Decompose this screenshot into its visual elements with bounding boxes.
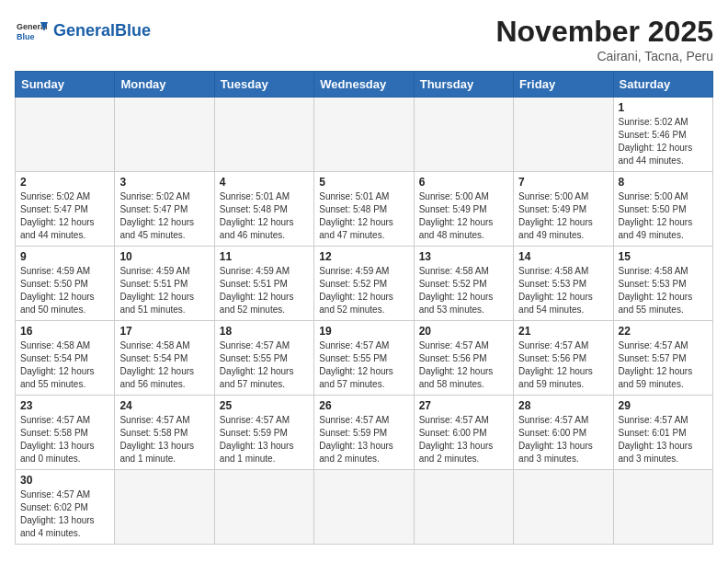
day-8: 8 Sunrise: 5:00 AM Sunset: 5:50 PM Dayli…	[613, 172, 712, 247]
day-21: 21 Sunrise: 4:57 AM Sunset: 5:56 PM Dayl…	[514, 321, 613, 396]
day-25: 25 Sunrise: 4:57 AM Sunset: 5:59 PM Dayl…	[214, 396, 313, 470]
day-14: 14 Sunrise: 4:58 AM Sunset: 5:53 PM Dayl…	[514, 247, 613, 321]
day-20: 20 Sunrise: 4:57 AM Sunset: 5:56 PM Dayl…	[414, 321, 513, 396]
day-3: 3 Sunrise: 5:02 AM Sunset: 5:47 PM Dayli…	[115, 172, 214, 247]
day-15: 15 Sunrise: 4:58 AM Sunset: 5:53 PM Dayl…	[613, 247, 712, 321]
empty-cell	[514, 98, 613, 172]
empty-cell	[514, 470, 613, 545]
calendar-row-5: 23 Sunrise: 4:57 AM Sunset: 5:58 PM Dayl…	[16, 396, 713, 470]
day-18: 18 Sunrise: 4:57 AM Sunset: 5:55 PM Dayl…	[214, 321, 313, 396]
calendar-row-3: 9 Sunrise: 4:59 AM Sunset: 5:50 PM Dayli…	[16, 247, 713, 321]
day-30: 30 Sunrise: 4:57 AM Sunset: 6:02 PM Dayl…	[16, 470, 115, 545]
day-5: 5 Sunrise: 5:01 AM Sunset: 5:48 PM Dayli…	[314, 172, 414, 247]
day-10: 10 Sunrise: 4:59 AM Sunset: 5:51 PM Dayl…	[115, 247, 214, 321]
empty-cell	[214, 470, 313, 545]
day-13: 13 Sunrise: 4:58 AM Sunset: 5:52 PM Dayl…	[414, 247, 513, 321]
empty-cell	[115, 98, 214, 172]
day-12: 12 Sunrise: 4:59 AM Sunset: 5:52 PM Dayl…	[314, 247, 414, 321]
empty-cell	[414, 470, 513, 545]
calendar-row-4: 16 Sunrise: 4:58 AM Sunset: 5:54 PM Dayl…	[16, 321, 713, 396]
day-24: 24 Sunrise: 4:57 AM Sunset: 5:58 PM Dayl…	[115, 396, 214, 470]
day-2: 2 Sunrise: 5:02 AM Sunset: 5:47 PM Dayli…	[16, 172, 115, 247]
weekday-header-row: Sunday Monday Tuesday Wednesday Thursday…	[16, 72, 713, 98]
calendar-row-2: 2 Sunrise: 5:02 AM Sunset: 5:47 PM Dayli…	[16, 172, 713, 247]
calendar-row-6: 30 Sunrise: 4:57 AM Sunset: 6:02 PM Dayl…	[16, 470, 713, 545]
day-17: 17 Sunrise: 4:58 AM Sunset: 5:54 PM Dayl…	[115, 321, 214, 396]
header-monday: Monday	[115, 72, 214, 98]
day-9: 9 Sunrise: 4:59 AM Sunset: 5:50 PM Dayli…	[16, 247, 115, 321]
empty-cell	[613, 470, 712, 545]
day-1: 1 Sunrise: 5:02 AM Sunset: 5:46 PM Dayli…	[613, 98, 712, 172]
day-19: 19 Sunrise: 4:57 AM Sunset: 5:55 PM Dayl…	[314, 321, 414, 396]
title-area: November 2025 Cairani, Tacna, Peru	[495, 15, 713, 63]
day-4: 4 Sunrise: 5:01 AM Sunset: 5:48 PM Dayli…	[214, 172, 313, 247]
page-header: General Blue GeneralBlue November 2025 C…	[15, 15, 713, 63]
day-23: 23 Sunrise: 4:57 AM Sunset: 5:58 PM Dayl…	[16, 396, 115, 470]
empty-cell	[314, 470, 414, 545]
empty-cell	[16, 98, 115, 172]
calendar-table: Sunday Monday Tuesday Wednesday Thursday…	[15, 71, 713, 545]
header-friday: Friday	[514, 72, 613, 98]
header-thursday: Thursday	[414, 72, 513, 98]
day-11: 11 Sunrise: 4:59 AM Sunset: 5:51 PM Dayl…	[214, 247, 313, 321]
logo: General Blue GeneralBlue	[15, 15, 151, 48]
header-tuesday: Tuesday	[214, 72, 313, 98]
day-27: 27 Sunrise: 4:57 AM Sunset: 6:00 PM Dayl…	[414, 396, 513, 470]
empty-cell	[115, 470, 214, 545]
day-26: 26 Sunrise: 4:57 AM Sunset: 5:59 PM Dayl…	[314, 396, 414, 470]
empty-cell	[414, 98, 513, 172]
logo-blue: Blue	[115, 21, 151, 40]
header-wednesday: Wednesday	[314, 72, 414, 98]
logo-icon: General Blue	[15, 15, 48, 48]
month-title: November 2025	[495, 15, 713, 49]
day-22: 22 Sunrise: 4:57 AM Sunset: 5:57 PM Dayl…	[613, 321, 712, 396]
day-6: 6 Sunrise: 5:00 AM Sunset: 5:49 PM Dayli…	[414, 172, 513, 247]
day-7: 7 Sunrise: 5:00 AM Sunset: 5:49 PM Dayli…	[514, 172, 613, 247]
header-sunday: Sunday	[16, 72, 115, 98]
calendar-row-1: 1 Sunrise: 5:02 AM Sunset: 5:46 PM Dayli…	[16, 98, 713, 172]
empty-cell	[214, 98, 313, 172]
header-saturday: Saturday	[613, 72, 712, 98]
day-29: 29 Sunrise: 4:57 AM Sunset: 6:01 PM Dayl…	[613, 396, 712, 470]
svg-text:Blue: Blue	[17, 32, 35, 41]
day-28: 28 Sunrise: 4:57 AM Sunset: 6:00 PM Dayl…	[514, 396, 613, 470]
location: Cairani, Tacna, Peru	[495, 49, 713, 63]
empty-cell	[314, 98, 414, 172]
day-16: 16 Sunrise: 4:58 AM Sunset: 5:54 PM Dayl…	[16, 321, 115, 396]
logo-general: General	[53, 21, 115, 40]
